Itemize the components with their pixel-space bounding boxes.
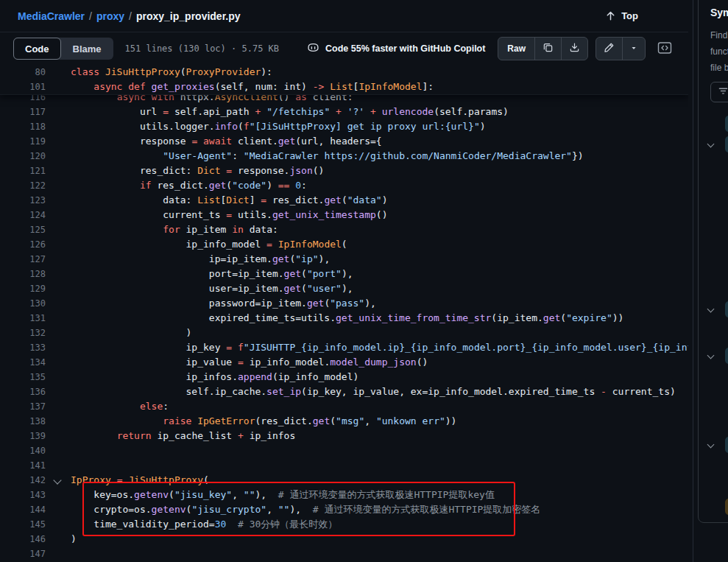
line-number[interactable]: 126 xyxy=(0,237,46,252)
line-number[interactable]: 137 xyxy=(0,399,46,414)
line-number[interactable]: 127 xyxy=(0,252,46,267)
code-line-content: time_validity_period=30 # 30分钟（最长时效） xyxy=(46,517,337,532)
symbols-panel-description: Find definitions and references for func… xyxy=(710,27,728,76)
symbol-pill[interactable] xyxy=(725,301,728,317)
line-number[interactable]: 120 xyxy=(0,149,46,164)
line-number[interactable]: 141 xyxy=(0,458,46,473)
line-number[interactable]: 80 xyxy=(0,65,46,80)
breadcrumb-file-name: proxy_ip_provider.py xyxy=(136,10,241,22)
code-line: 101 async def get_proxies(self, num: int… xyxy=(0,80,688,94)
line-number[interactable]: 119 xyxy=(0,134,46,149)
code-line: 119 response = await client.get(url, hea… xyxy=(0,134,688,149)
line-number[interactable]: 125 xyxy=(0,222,46,237)
code-line-content: ) xyxy=(46,532,77,547)
line-number[interactable]: 134 xyxy=(0,355,46,370)
code-line-content: return ip_cache_list + ip_infos xyxy=(46,429,295,443)
code-line: 143 key=os.getenv("jisu_key", ""), # 通过环… xyxy=(0,488,688,502)
line-number[interactable]: 130 xyxy=(0,296,46,311)
filter-icon xyxy=(718,85,728,99)
line-number[interactable]: 128 xyxy=(0,267,46,281)
tab-code[interactable]: Code xyxy=(13,38,61,60)
code-line-content: "User-Agent": "MediaCrawler https://gith… xyxy=(46,149,584,164)
symbol-pill[interactable] xyxy=(725,348,728,364)
line-number[interactable]: 140 xyxy=(0,443,46,458)
symbols-tree-row[interactable] xyxy=(693,498,728,516)
code-line: 146) xyxy=(0,532,688,547)
symbols-panel: Symbols Find definitions and references … xyxy=(693,0,728,562)
line-number[interactable]: 122 xyxy=(0,178,46,193)
line-number[interactable]: 118 xyxy=(0,119,46,134)
code-line-content: ip_infos.append(ip_info_model) xyxy=(46,370,358,384)
line-number[interactable]: 101 xyxy=(0,80,46,94)
code-line-content: expired_time_ts=utils.get_unix_time_from… xyxy=(46,311,623,326)
code-line: 124 current_ts = utils.get_unix_timestam… xyxy=(0,208,688,222)
symbol-pill[interactable] xyxy=(725,499,728,515)
code-line-content: data: List[Dict] = res_dict.get("data") xyxy=(46,193,388,208)
code-line: 134 ip_value = ip_info_model.model_dump_… xyxy=(0,355,688,370)
raw-button[interactable]: Raw xyxy=(498,38,534,60)
line-number[interactable]: 144 xyxy=(0,502,46,517)
edit-dropdown-button[interactable] xyxy=(622,38,645,60)
line-number[interactable]: 117 xyxy=(0,105,46,119)
symbols-pane-toggle-button[interactable] xyxy=(653,38,676,60)
code-line: 130 password=ip_item.get("pass"), xyxy=(0,296,688,311)
back-to-top-button[interactable]: Top xyxy=(601,10,643,22)
code-line-content: else: xyxy=(46,399,169,414)
symbols-panel-title: Symbols xyxy=(710,7,728,18)
line-number[interactable]: 121 xyxy=(0,164,46,178)
download-button[interactable] xyxy=(561,38,587,60)
code-viewer: 116 async with httpx.AsyncClient() as cl… xyxy=(0,65,688,562)
symbols-tree-row[interactable] xyxy=(693,115,728,133)
symbols-filter-input[interactable] xyxy=(710,82,728,102)
line-number[interactable]: 146 xyxy=(0,532,46,547)
line-number[interactable]: 138 xyxy=(0,414,46,429)
line-number[interactable]: 142 xyxy=(0,473,46,488)
code-line: 139 return ip_cache_list + ip_infos xyxy=(0,429,688,443)
chevron-down-icon[interactable] xyxy=(707,141,715,148)
line-number[interactable]: 133 xyxy=(0,340,46,355)
breadcrumb-separator: / xyxy=(89,10,92,22)
code-line-content: res_dict: Dict = response.json() xyxy=(46,164,324,178)
code-line: 117 url = self.api_path + "/fetchips" + … xyxy=(0,105,688,119)
line-number[interactable]: 135 xyxy=(0,370,46,384)
breadcrumb-folder-link[interactable]: proxy xyxy=(96,10,124,22)
symbol-pill[interactable] xyxy=(725,116,728,132)
code-line-content: ip_value = ip_info_model.model_dump_json… xyxy=(46,355,428,370)
symbol-pill[interactable] xyxy=(725,437,728,453)
chevron-down-icon[interactable] xyxy=(707,306,715,313)
line-number[interactable]: 129 xyxy=(0,281,46,296)
line-number[interactable]: 132 xyxy=(0,326,46,340)
file-meta-text: 151 lines (130 loc) · 5.75 KB xyxy=(125,43,280,54)
line-number[interactable]: 136 xyxy=(0,384,46,399)
file-view: MediaCrawler / proxy / proxy_ip_provider… xyxy=(0,0,688,562)
breadcrumb-repo-link[interactable]: MediaCrawler xyxy=(18,10,85,22)
line-number[interactable]: 124 xyxy=(0,208,46,222)
line-number[interactable]: 143 xyxy=(0,488,46,502)
code-line-content: self.ip_cache.set_ip(ip_key, ip_value, e… xyxy=(46,384,676,399)
symbol-pill[interactable] xyxy=(725,136,728,152)
chevron-down-icon[interactable] xyxy=(707,352,715,359)
line-number[interactable]: 139 xyxy=(0,429,46,443)
code-line-content: async def get_proxies(self, num: int) ->… xyxy=(46,80,434,94)
code-line: 142IpProxy = JiSuHttpProxy( xyxy=(0,473,688,488)
edit-button[interactable] xyxy=(596,38,622,60)
code-line-content: raise IpGetError(res_dict.get("msg", "un… xyxy=(46,414,456,429)
code-line-content: response = await client.get(url, headers… xyxy=(46,134,382,149)
line-number[interactable]: 147 xyxy=(0,547,46,561)
line-number[interactable]: 145 xyxy=(0,517,46,532)
copilot-banner[interactable]: Code 55% faster with GitHub Copilot xyxy=(307,41,485,56)
tab-blame[interactable]: Blame xyxy=(61,38,113,60)
symbols-tree-row[interactable] xyxy=(693,347,728,365)
code-line: 138 raise IpGetError(res_dict.get("msg",… xyxy=(0,414,688,429)
code-line-content: ip=ip_item.get("ip"), xyxy=(46,252,330,267)
symbols-tree-row[interactable] xyxy=(693,301,728,318)
symbols-tree-row[interactable] xyxy=(693,136,728,153)
symbols-tree-row[interactable] xyxy=(693,436,728,454)
copy-button[interactable] xyxy=(534,38,561,60)
code-line: 136 self.ip_cache.set_ip(ip_key, ip_valu… xyxy=(0,384,688,399)
chevron-down-icon[interactable] xyxy=(707,441,715,449)
line-number[interactable]: 123 xyxy=(0,193,46,208)
code-line: 137 else: xyxy=(0,399,688,414)
line-number[interactable]: 131 xyxy=(0,311,46,326)
code-line: 132 ) xyxy=(0,326,688,340)
